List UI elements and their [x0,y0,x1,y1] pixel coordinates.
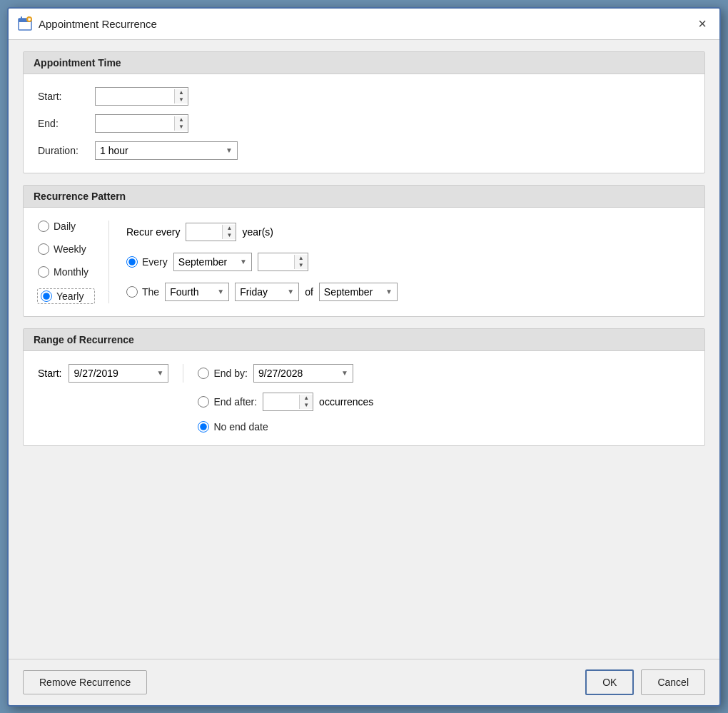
start-spinner-buttons: ▲ ▼ [174,89,188,103]
appointment-recurrence-dialog: Appointment Recurrence × Appointment Tim… [7,7,721,707]
no-end-date-radio[interactable] [198,421,209,433]
duration-row: Duration: 1 hour ▼ [38,141,690,160]
end-after-radio-label[interactable]: End after: [198,396,257,408]
the-row: The Fourth ▼ Friday ▼ of [126,283,398,301]
yearly-label: Yearly [56,290,84,302]
start-input[interactable]: 12:00:00 PM [96,88,174,105]
recur-every-input[interactable]: 1 [186,223,222,241]
no-end-date-row: No end date [198,421,373,433]
footer-right: OK Cancel [585,669,705,695]
yearly-radio-label[interactable]: Yearly [41,290,91,302]
the-month-dropdown[interactable]: September ▼ [319,283,398,301]
every-radio-label[interactable]: Every [126,256,168,268]
weekday-dropdown[interactable]: Friday ▼ [235,283,299,301]
yearly-radio[interactable] [41,290,52,302]
start-row: Start: 12:00:00 PM ▲ ▼ [38,87,690,106]
daily-label: Daily [54,221,76,232]
weekly-label: Weekly [54,243,86,255]
every-day-up[interactable]: ▲ [295,255,308,262]
monthly-radio-label[interactable]: Monthly [38,266,94,278]
every-month-value: September [178,256,227,268]
svg-rect-9 [31,19,33,19]
svg-rect-7 [29,21,29,23]
recur-every-down[interactable]: ▼ [223,232,236,239]
ok-button[interactable]: OK [585,669,634,695]
appointment-time-section: Appointment Time Start: 12:00:00 PM ▲ ▼ [23,51,705,173]
no-end-date-radio-label[interactable]: No end date [198,421,268,433]
every-day-buttons: ▲ ▼ [294,255,308,269]
close-button[interactable]: × [694,14,711,34]
end-by-radio[interactable] [198,368,209,379]
end-up-button[interactable]: ▲ [175,116,188,123]
footer-left: Remove Recurrence [23,670,147,694]
range-end: End by: 9/27/2028 ▼ End after: [198,364,373,433]
the-radio-label[interactable]: The [126,286,159,298]
range-start-value: 9/27/2019 [74,368,118,379]
title-bar-left: Appointment Recurrence [17,16,157,31]
range-header: Range of Recurrence [24,329,704,351]
weekday-arrow: ▼ [287,288,294,295]
end-by-radio-label[interactable]: End by: [198,368,247,379]
recur-every-row: Recur every 1 ▲ ▼ year(s) [126,223,398,241]
recur-every-label: Recur every [126,226,180,238]
appointment-time-header: Appointment Time [24,52,704,74]
cancel-button[interactable]: Cancel [641,669,705,695]
calendar-icon [17,16,33,31]
end-by-value: 9/27/2028 [258,368,303,379]
end-row: End: 1:00:00 PM ▲ ▼ [38,114,690,133]
end-after-label: End after: [213,396,257,408]
recur-every-spinner: 1 ▲ ▼ [186,223,236,241]
range-layout: Start: 9/27/2019 ▼ End by: [38,364,690,433]
end-after-input[interactable]: 10 [263,393,299,410]
the-month-value: September [324,286,373,298]
start-up-button[interactable]: ▲ [175,89,188,96]
range-start-arrow: ▼ [157,369,164,377]
end-by-dropdown[interactable]: 9/27/2028 ▼ [253,364,353,383]
monthly-label: Monthly [54,266,89,278]
end-after-row: End after: 10 ▲ ▼ occurrences [198,393,373,411]
end-spinner: 1:00:00 PM ▲ ▼ [95,114,188,133]
every-day-spinner: 27 ▲ ▼ [258,253,308,271]
ordinal-dropdown[interactable]: Fourth ▼ [165,283,229,301]
weekly-radio-label[interactable]: Weekly [38,243,94,255]
start-down-button[interactable]: ▼ [175,96,188,103]
every-radio[interactable] [126,256,138,268]
weekly-radio[interactable] [38,243,49,255]
title-bar: Appointment Recurrence × [9,9,719,40]
end-by-arrow: ▼ [341,369,348,377]
duration-label: Duration: [38,145,88,156]
recur-every-buttons: ▲ ▼ [222,225,236,239]
svg-rect-8 [27,19,29,19]
svg-point-5 [28,18,31,21]
recurrence-pattern-header: Recurrence Pattern [24,186,704,208]
end-label: End: [38,118,88,129]
recur-every-up[interactable]: ▲ [223,225,236,232]
the-radio[interactable] [126,286,138,298]
end-after-buttons: ▲ ▼ [299,395,313,409]
end-after-radio[interactable] [198,396,209,408]
pattern-types: Daily Weekly Monthly [38,221,109,303]
every-month-dropdown[interactable]: September ▼ [173,253,252,271]
monthly-radio[interactable] [38,266,49,278]
range-of-recurrence-section: Range of Recurrence Start: 9/27/2019 ▼ [23,328,705,446]
end-by-row: End by: 9/27/2028 ▼ [198,364,373,383]
end-after-down[interactable]: ▼ [300,402,313,409]
end-down-button[interactable]: ▼ [175,123,188,131]
occurrences-label: occurrences [319,396,373,408]
start-label: Start: [38,91,88,102]
ordinal-value: Fourth [170,286,198,298]
yearly-radio-wrap: Yearly [38,289,94,303]
remove-recurrence-button[interactable]: Remove Recurrence [23,670,147,694]
end-after-spinner: 10 ▲ ▼ [263,393,313,411]
end-input[interactable]: 1:00:00 PM [96,115,174,132]
end-after-up[interactable]: ▲ [300,395,313,402]
daily-radio[interactable] [38,221,49,232]
every-day-down[interactable]: ▼ [295,262,308,269]
every-day-input[interactable]: 27 [258,253,294,270]
the-month-arrow: ▼ [385,288,393,295]
dialog-title: Appointment Recurrence [39,18,157,30]
daily-radio-label[interactable]: Daily [38,221,94,232]
recurrence-pattern-section: Recurrence Pattern Daily Weekly [23,185,705,317]
range-start-dropdown[interactable]: 9/27/2019 ▼ [69,364,168,383]
duration-dropdown[interactable]: 1 hour ▼ [95,141,238,160]
